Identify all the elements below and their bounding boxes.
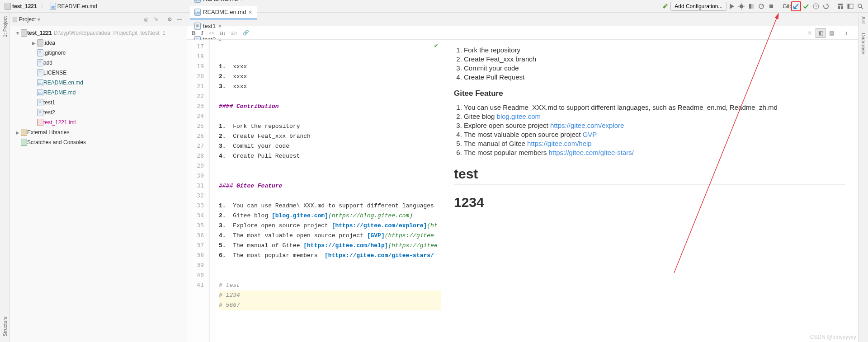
debug-button[interactable]: [736, 1, 746, 11]
breadcrumb-file[interactable]: README.en.md: [48, 2, 99, 11]
coverage-button[interactable]: [746, 1, 756, 11]
code-line[interactable]: # test: [219, 281, 441, 290]
preview-link[interactable]: blog.gitee.com: [497, 112, 541, 120]
code-line[interactable]: 3. Explore open source project [https://…: [219, 221, 441, 231]
stripe-project-tab[interactable]: 1: Project: [2, 16, 8, 37]
code-line[interactable]: 1. Fork the repository: [219, 122, 441, 131]
file-icon: [194, 23, 201, 30]
project-panel-title-dropdown[interactable]: Project ▾: [13, 16, 140, 23]
code-line[interactable]: 6. The most popular members [https://git…: [219, 251, 441, 261]
stripe-structure-tab[interactable]: Structure: [2, 316, 8, 337]
code-line[interactable]: 1. xxxx: [219, 62, 441, 72]
editor-tab[interactable]: README.en.md×: [190, 6, 257, 19]
breadcrumb-project[interactable]: test_1221: [3, 2, 39, 11]
line-number: 19: [187, 61, 204, 71]
preview-link[interactable]: https://gitee.com/explore: [550, 122, 624, 129]
list-item: The most popular members https://gitee.c…: [464, 149, 845, 156]
tree-item[interactable]: .gitignore: [10, 48, 187, 58]
line-number: 18: [187, 52, 204, 61]
code-line[interactable]: 4. Create Pull Request: [219, 151, 441, 161]
split-view[interactable]: ◧: [816, 28, 826, 38]
link-button[interactable]: 🔗: [243, 30, 249, 36]
tree-item[interactable]: test_1221.iml: [10, 117, 187, 127]
code-line[interactable]: 2. xxxx: [219, 72, 441, 82]
editor-only-view[interactable]: ≡: [805, 28, 815, 38]
list-item: Explore open source project https://gite…: [464, 122, 845, 129]
code-line[interactable]: #### Gitee Feature: [219, 181, 441, 191]
code-line[interactable]: # 5667: [219, 300, 441, 310]
editor-tab[interactable]: README.md×: [190, 0, 257, 6]
expand-all-icon[interactable]: ⇲: [151, 15, 160, 24]
tree-item[interactable]: test2: [10, 108, 187, 117]
preview-link[interactable]: https://gitee.com/help: [527, 140, 592, 147]
code-editor-pane[interactable]: 1718192021222324252627282930313233343536…: [187, 40, 441, 342]
layout-settings[interactable]: ⫞: [841, 28, 851, 38]
external-libraries[interactable]: ▶ External Libraries: [10, 127, 187, 137]
code-editor[interactable]: ✔ 1. xxxx2. xxxx3. xxxx#### Contribution…: [216, 40, 441, 342]
bold-button[interactable]: B: [192, 29, 196, 37]
ide-settings-button[interactable]: [845, 1, 855, 11]
hide-icon[interactable]: —: [175, 15, 184, 24]
tree-root[interactable]: ▼ test_1221 D:\cyp\WorkSpace\idea_Projec…: [10, 28, 187, 38]
project-tree[interactable]: ▼ test_1221 D:\cyp\WorkSpace\idea_Projec…: [10, 26, 187, 342]
hammer-icon[interactable]: [660, 1, 670, 11]
code-line[interactable]: #### Contribution: [219, 102, 441, 112]
preview-link[interactable]: https://gitee.com/gitee-stars/: [549, 149, 634, 156]
italic-button[interactable]: I: [201, 29, 203, 37]
tree-item[interactable]: ▶.idea: [10, 38, 187, 48]
add-configuration-button[interactable]: Add Configuration...: [670, 2, 726, 11]
code-line[interactable]: [219, 261, 441, 271]
line-number: 34: [187, 211, 204, 220]
git-commit-button[interactable]: [801, 1, 811, 11]
line-number: 32: [187, 191, 204, 201]
code-line[interactable]: # 1234: [219, 290, 441, 300]
code-line[interactable]: 3. xxxx: [219, 82, 441, 92]
tree-item[interactable]: README.en.md: [10, 78, 187, 88]
run-button[interactable]: [726, 1, 736, 11]
search-icon[interactable]: [855, 1, 865, 11]
code-line[interactable]: [219, 92, 441, 102]
code-line[interactable]: 2. Create Feat_xxx branch: [219, 131, 441, 141]
close-icon[interactable]: ×: [248, 9, 252, 16]
git-history-button[interactable]: [811, 1, 821, 11]
code-line[interactable]: [219, 271, 441, 281]
code-line[interactable]: 3. Commit your code: [219, 141, 441, 151]
header-up-button[interactable]: H↑: [231, 30, 237, 36]
tree-item[interactable]: test1: [10, 98, 187, 108]
code-line[interactable]: 1. You can use Readme\_XXX.md to support…: [219, 201, 441, 211]
gear-icon[interactable]: ⚙: [165, 15, 174, 24]
project-structure-button[interactable]: [835, 1, 845, 11]
preview-link[interactable]: GVP: [583, 131, 597, 138]
tree-item-label: add: [43, 60, 52, 66]
stripe-ant-tab[interactable]: Ant: [861, 16, 866, 24]
inspection-ok-icon[interactable]: ✔: [434, 42, 438, 49]
stop-button[interactable]: [766, 1, 776, 11]
library-icon: [21, 129, 27, 136]
git-revert-button[interactable]: [821, 1, 831, 11]
tree-item[interactable]: README.md: [10, 88, 187, 98]
code-line[interactable]: [219, 191, 441, 201]
tree-item[interactable]: add: [10, 58, 187, 68]
header-down-button[interactable]: H↓: [220, 30, 226, 36]
code-line[interactable]: [219, 171, 441, 181]
tree-item[interactable]: LICENSE: [10, 68, 187, 78]
svg-rect-8: [848, 4, 849, 9]
file-icon: [37, 69, 43, 76]
close-icon[interactable]: ×: [240, 0, 244, 3]
breadcrumb-file-label: README.en.md: [57, 3, 97, 9]
select-opened-file-icon[interactable]: ◎: [142, 15, 151, 24]
scratches-and-consoles[interactable]: Scratches and Consoles: [10, 137, 187, 147]
profiler-button[interactable]: [756, 1, 766, 11]
line-number: 28: [187, 151, 204, 161]
code-line[interactable]: 5. The manual of Gitee [https://gitee.co…: [219, 241, 441, 251]
code-line[interactable]: 2. Gitee blog [blog.gitee.com](https://b…: [219, 211, 441, 221]
git-update-button[interactable]: [791, 1, 801, 11]
code-line[interactable]: [219, 161, 441, 171]
line-number: 33: [187, 201, 204, 211]
preview-only-view[interactable]: ▤: [826, 28, 836, 38]
stripe-database-tab[interactable]: Database: [861, 33, 866, 54]
file-icon: [37, 59, 43, 66]
code-line[interactable]: [219, 112, 441, 122]
code-line[interactable]: 4. The most valuable open source project…: [219, 231, 441, 241]
code-block-button[interactable]: <>: [209, 30, 214, 36]
